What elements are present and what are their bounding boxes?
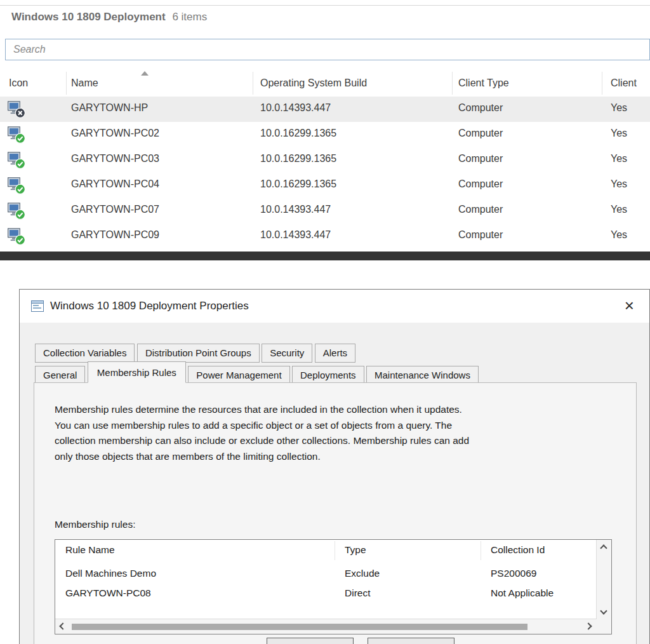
rule-type: Exclude — [345, 568, 380, 579]
scroll-left-icon[interactable] — [59, 622, 66, 629]
description-line: You can use membership rules to add a sp… — [55, 418, 620, 434]
dialog-title: Windows 10 1809 Deployment Properties — [50, 290, 249, 323]
tab-strip-back: Collection Variables Distribution Point … — [35, 344, 355, 363]
horizontal-scrollbar[interactable] — [55, 619, 596, 634]
device-client: Yes — [611, 102, 627, 114]
device-name: GARYTOWN-PC07 — [71, 204, 159, 215]
collection-header: Windows 10 1809 Deployment 6 items — [11, 11, 207, 23]
scroll-down-icon[interactable] — [600, 607, 607, 614]
device-name: GARYTOWN-PC02 — [71, 128, 159, 139]
column-header-client[interactable]: Client — [611, 77, 637, 89]
dialog-button-partial[interactable] — [267, 638, 354, 644]
rule-collection-id: Not Applicable — [491, 587, 554, 599]
column-separator — [452, 72, 453, 95]
device-client-type: Computer — [458, 102, 503, 114]
device-client: Yes — [611, 229, 627, 241]
column-header-icon[interactable]: Icon — [9, 77, 28, 89]
table-header: Icon Name Operating System Build Client … — [0, 70, 650, 97]
device-client: Yes — [611, 128, 627, 139]
tab-distribution-point-groups[interactable]: Distribution Point Groups — [137, 344, 260, 363]
device-name: GARYTOWN-PC04 — [71, 178, 159, 190]
device-client: Yes — [611, 178, 627, 190]
computer-error-icon — [8, 100, 25, 118]
rules-column-collection-id[interactable]: Collection Id — [491, 544, 545, 556]
scrollbar-corner — [596, 619, 611, 634]
rule-name[interactable]: Dell Machines Demo — [65, 568, 156, 579]
membership-rules-list: Rule Name Type Collection Id Dell Machin… — [55, 539, 612, 634]
table-row[interactable]: GARYTOWN-PC09 10.0.14393.447 Computer Ye… — [0, 224, 650, 249]
column-separator — [253, 72, 253, 95]
rules-column-separator — [335, 541, 335, 560]
description-line: only those objects that are members of t… — [55, 449, 620, 465]
properties-dialog-icon — [30, 299, 44, 313]
device-client-type: Computer — [458, 204, 503, 215]
sort-ascending-icon — [141, 71, 149, 76]
column-header-name[interactable]: Name — [71, 77, 98, 89]
table-row[interactable]: GARYTOWN-HP 10.0.14393.447 Computer Yes — [0, 97, 650, 122]
table-row[interactable]: GARYTOWN-PC07 10.0.14393.447 Computer Ye… — [0, 198, 650, 224]
items-count: 6 items — [172, 11, 207, 23]
column-header-os-build[interactable]: Operating System Build — [260, 77, 367, 89]
device-build: 10.0.16299.1365 — [260, 153, 336, 164]
device-name: GARYTOWN-HP — [71, 102, 148, 114]
scroll-up-icon[interactable] — [600, 544, 607, 551]
rule-type: Direct — [345, 587, 370, 599]
device-build: 10.0.14393.447 — [260, 204, 331, 215]
collection-title: Windows 10 1809 Deployment — [11, 11, 166, 23]
table-row[interactable]: GARYTOWN-PC02 10.0.16299.1365 Computer Y… — [0, 122, 650, 147]
device-list: GARYTOWN-HP 10.0.14393.447 Computer Yes … — [0, 97, 650, 249]
rules-column-type[interactable]: Type — [345, 544, 366, 556]
column-header-client-type[interactable]: Client Type — [458, 77, 509, 89]
device-client: Yes — [611, 153, 627, 164]
device-client-type: Computer — [458, 178, 503, 190]
tab-security[interactable]: Security — [262, 344, 312, 363]
search-input[interactable] — [5, 39, 650, 60]
description-line: collection membership can also include o… — [55, 433, 620, 449]
membership-rules-label: Membership rules: — [55, 519, 136, 530]
dialog-button-partial[interactable] — [368, 638, 454, 644]
rule-name[interactable]: GARYTOWN-PC08 — [65, 587, 151, 599]
table-row[interactable]: GARYTOWN-PC03 10.0.16299.1365 Computer Y… — [0, 147, 650, 173]
device-build: 10.0.16299.1365 — [260, 178, 336, 190]
scroll-right-icon[interactable] — [585, 622, 592, 629]
tab-alerts[interactable]: Alerts — [315, 344, 355, 363]
membership-rules-panel: Membership rules determine the resources… — [34, 382, 637, 644]
device-client: Yes — [611, 204, 627, 215]
device-client-type: Computer — [458, 153, 503, 164]
top-divider — [0, 5, 650, 6]
computer-ok-icon — [8, 202, 25, 220]
device-build: 10.0.16299.1365 — [260, 128, 336, 139]
device-build: 10.0.14393.447 — [260, 102, 331, 114]
vertical-scrollbar[interactable] — [596, 540, 611, 619]
properties-dialog: Windows 10 1809 Deployment Properties × … — [19, 289, 650, 644]
dialog-body: Collection Variables Distribution Point … — [20, 323, 649, 644]
computer-ok-icon — [8, 126, 25, 144]
device-client-type: Computer — [458, 229, 503, 241]
dialog-titlebar[interactable]: Windows 10 1809 Deployment Properties × — [20, 290, 649, 323]
sccm-console: Windows 10 1809 Deployment 6 items Icon … — [0, 0, 650, 644]
tab-membership-rules[interactable]: Membership Rules — [88, 361, 186, 383]
rules-column-separator — [481, 541, 481, 560]
computer-ok-icon — [8, 177, 25, 194]
computer-ok-icon — [8, 151, 25, 169]
column-separator — [66, 72, 67, 95]
rules-column-rule-name[interactable]: Rule Name — [65, 544, 115, 556]
computer-ok-icon — [8, 227, 25, 245]
horizontal-scroll-thumb[interactable] — [72, 624, 527, 630]
device-name: GARYTOWN-PC03 — [71, 153, 159, 164]
rule-collection-id: PS200069 — [491, 568, 536, 579]
column-separator — [602, 72, 602, 95]
description-line: Membership rules determine the resources… — [55, 402, 620, 418]
device-client-type: Computer — [458, 128, 503, 139]
membership-description: Membership rules determine the resources… — [55, 402, 620, 464]
close-icon[interactable]: × — [625, 295, 634, 316]
device-build: 10.0.14393.447 — [260, 229, 331, 241]
table-row[interactable]: GARYTOWN-PC04 10.0.16299.1365 Computer Y… — [0, 173, 650, 198]
tab-strip-front: General Membership Rules Power Managemen… — [35, 363, 478, 385]
pane-divider — [0, 252, 650, 260]
tab-collection-variables[interactable]: Collection Variables — [35, 344, 135, 363]
device-name: GARYTOWN-PC09 — [71, 229, 159, 241]
